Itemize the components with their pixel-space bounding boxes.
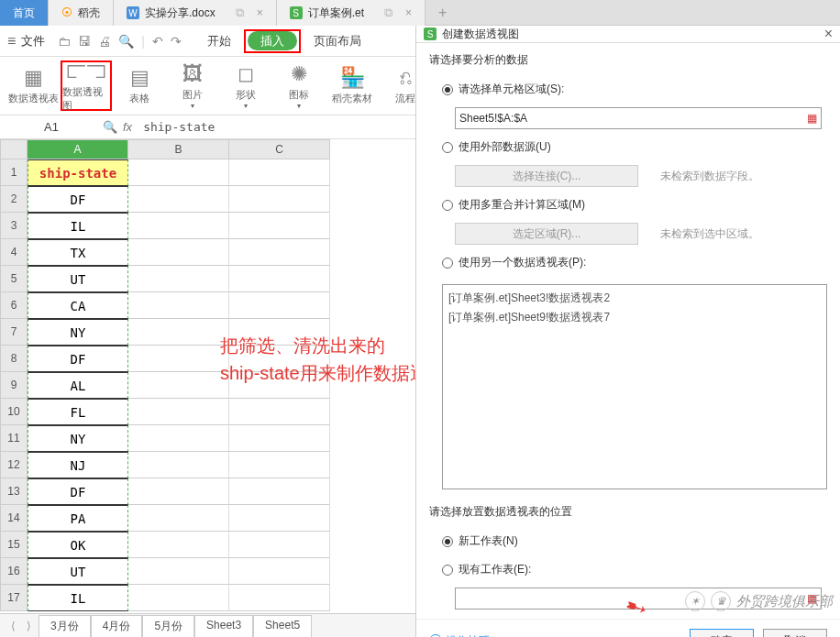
- cell[interactable]: [229, 159, 330, 186]
- column-header[interactable]: A: [28, 139, 128, 159]
- cell[interactable]: FL: [28, 399, 128, 425]
- cell[interactable]: [229, 425, 330, 452]
- cell[interactable]: [128, 425, 229, 452]
- cell[interactable]: [128, 159, 229, 186]
- ribbon-daoke-material[interactable]: 🏪稻壳素材: [326, 60, 378, 111]
- row-header[interactable]: 3: [0, 213, 28, 239]
- cell[interactable]: [229, 478, 330, 505]
- cell[interactable]: [128, 558, 229, 585]
- cell[interactable]: [229, 213, 330, 239]
- formula-input[interactable]: ship-state: [138, 120, 215, 134]
- cell[interactable]: [128, 399, 229, 425]
- cell[interactable]: [128, 292, 229, 319]
- cell[interactable]: [229, 399, 330, 425]
- radio-new-sheet[interactable]: 新工作表(N): [429, 531, 827, 552]
- radio-another-pivot[interactable]: 使用另一个数据透视表(P):: [429, 252, 827, 273]
- tab-home[interactable]: 首页: [0, 0, 49, 26]
- column-header[interactable]: C: [229, 139, 330, 159]
- sheet-nav-next[interactable]: ⟩: [23, 620, 35, 632]
- tab-daoke[interactable]: 稻壳: [49, 0, 114, 26]
- cell[interactable]: [128, 186, 229, 213]
- row-header[interactable]: 1: [0, 159, 28, 186]
- preview-icon[interactable]: 🔍: [118, 34, 134, 49]
- sheet-tab[interactable]: 4月份: [91, 615, 143, 637]
- burger-icon[interactable]: ≡: [7, 33, 16, 49]
- ok-button[interactable]: 确定: [690, 629, 754, 637]
- select-range-button[interactable]: 选定区域(R)...: [455, 223, 638, 245]
- undo-icon[interactable]: ↶: [152, 34, 163, 49]
- row-header[interactable]: 5: [0, 266, 28, 292]
- menu-start[interactable]: 开始: [198, 29, 240, 53]
- list-item[interactable]: [订单案例.et]Sheet3!数据透视表2: [447, 289, 823, 308]
- cell[interactable]: DF: [28, 346, 128, 372]
- cell[interactable]: [128, 319, 229, 346]
- row-header[interactable]: 14: [0, 505, 28, 532]
- cell[interactable]: AL: [28, 372, 128, 399]
- pivot-listbox[interactable]: [订单案例.et]Sheet3!数据透视表2[订单案例.et]Sheet9!数据…: [442, 284, 827, 489]
- row-header[interactable]: 10: [0, 399, 28, 425]
- cell[interactable]: ship-state: [28, 159, 128, 186]
- print-icon[interactable]: 🖨: [98, 34, 111, 49]
- cell[interactable]: [128, 585, 229, 611]
- cell[interactable]: DF: [28, 478, 128, 505]
- cell[interactable]: PA: [28, 505, 128, 532]
- sheet-tab[interactable]: Sheet5: [253, 615, 312, 637]
- range-input[interactable]: Sheet5!$A:$A▦: [455, 107, 822, 129]
- cell[interactable]: [229, 452, 330, 478]
- cell[interactable]: [128, 372, 229, 399]
- cell[interactable]: [128, 346, 229, 372]
- close-icon[interactable]: ×: [824, 26, 833, 42]
- cell[interactable]: [128, 266, 229, 292]
- cell[interactable]: TX: [28, 239, 128, 266]
- cell[interactable]: [128, 239, 229, 266]
- cell[interactable]: [229, 532, 330, 558]
- cell[interactable]: [229, 558, 330, 585]
- sheet-tab[interactable]: Sheet3: [194, 615, 253, 637]
- row-header[interactable]: 4: [0, 239, 28, 266]
- cell[interactable]: CA: [28, 292, 128, 319]
- cell[interactable]: NY: [28, 425, 128, 452]
- select-all-corner[interactable]: [0, 139, 28, 159]
- help-link[interactable]: 操作技巧: [429, 633, 490, 638]
- cell[interactable]: [229, 239, 330, 266]
- list-item[interactable]: [订单案例.et]Sheet9!数据透视表7: [447, 308, 823, 327]
- open-icon[interactable]: 🗀: [58, 34, 71, 49]
- row-header[interactable]: 12: [0, 452, 28, 478]
- cell[interactable]: IL: [28, 213, 128, 239]
- goto-icon[interactable]: 🔍: [103, 120, 117, 134]
- cell[interactable]: [229, 266, 330, 292]
- save-icon[interactable]: 🖫: [78, 34, 91, 49]
- cell[interactable]: IL: [28, 585, 128, 611]
- row-header[interactable]: 2: [0, 186, 28, 213]
- close-icon[interactable]: ×: [405, 6, 412, 19]
- close-icon[interactable]: ×: [257, 6, 263, 19]
- sheet-tab[interactable]: 5月份: [142, 615, 194, 637]
- cell[interactable]: OK: [28, 532, 128, 558]
- radio-existing-sheet[interactable]: 现有工作表(E):: [429, 559, 827, 580]
- menu-insert[interactable]: 插入: [248, 31, 297, 50]
- ribbon-picture[interactable]: 🖼图片▾: [167, 60, 218, 111]
- cell[interactable]: NY: [28, 319, 128, 346]
- row-header[interactable]: 15: [0, 532, 28, 558]
- radio-external[interactable]: 使用外部数据源(U): [429, 137, 827, 158]
- row-header[interactable]: 6: [0, 292, 28, 319]
- new-tab-button[interactable]: +: [426, 0, 459, 25]
- ribbon-table[interactable]: ▤表格: [114, 60, 165, 111]
- choose-connection-button[interactable]: 选择连接(C)...: [455, 165, 638, 187]
- ribbon-shape[interactable]: ◻形状▾: [220, 60, 271, 111]
- tab-doc[interactable]: 实操分享.docx⧉×: [114, 0, 277, 26]
- ribbon-icon[interactable]: ✺图标▾: [273, 60, 325, 111]
- cell-reference[interactable]: A1: [6, 120, 97, 134]
- radio-multi-range[interactable]: 使用多重合并计算区域(M): [429, 194, 827, 215]
- tab-et[interactable]: 订单案例.et⧉×: [277, 0, 426, 26]
- row-header[interactable]: 8: [0, 346, 28, 372]
- cell[interactable]: [128, 213, 229, 239]
- cell[interactable]: [229, 292, 330, 319]
- redo-icon[interactable]: ↷: [171, 34, 182, 49]
- column-header[interactable]: B: [128, 139, 229, 159]
- cell[interactable]: UT: [28, 266, 128, 292]
- cell[interactable]: NJ: [28, 452, 128, 478]
- menu-layout[interactable]: 页面布局: [304, 29, 370, 53]
- menu-file[interactable]: 文件: [21, 33, 45, 49]
- row-header[interactable]: 16: [0, 558, 28, 585]
